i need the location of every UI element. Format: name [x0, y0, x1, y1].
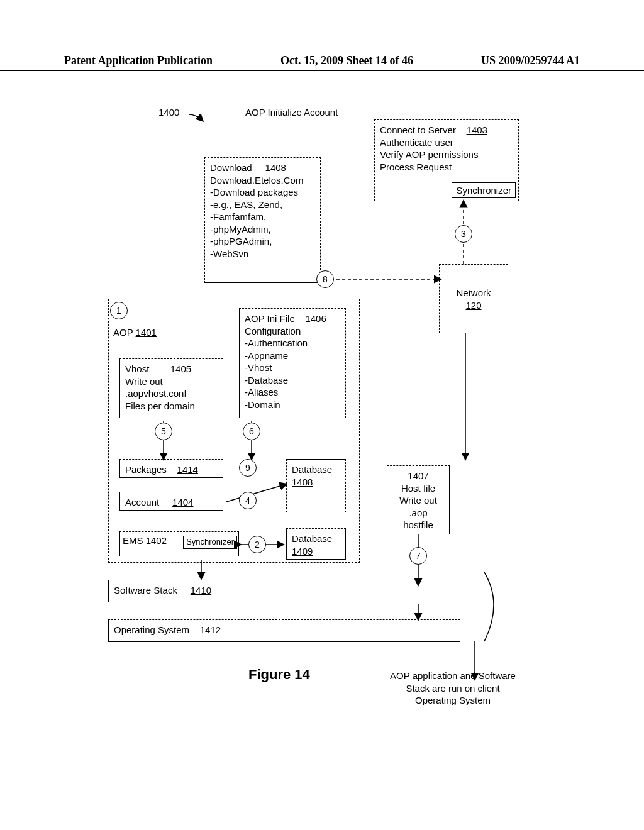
header-mid: Oct. 15, 2009 Sheet 14 of 46 [280, 54, 413, 67]
network-ref: 120 [445, 299, 502, 312]
account-title: Account [125, 497, 159, 507]
step-6: 6 [243, 423, 260, 440]
ini-line7: -Aliases [245, 386, 340, 399]
download-line3: -Download packages [210, 186, 315, 199]
header-left: Patent Application Publication [64, 54, 213, 67]
aop-ref: 1401 [136, 327, 157, 338]
network-box: Network 120 [439, 264, 508, 333]
download-line4: -e.g., EAS, Zend, [210, 199, 315, 211]
download-ref: 1408 [265, 162, 286, 173]
server-line3: Verify AOP permissions [380, 148, 513, 161]
hostfile-line2: Write out [392, 494, 444, 507]
aop-label: AOP 1401 [113, 327, 157, 338]
step-4: 4 [239, 492, 257, 509]
packages-box: Packages 1414 [119, 459, 223, 478]
download-line6: -phpMyAdmin, [210, 223, 315, 236]
figure-label: Figure 14 [248, 667, 310, 683]
diagram-canvas: 1400 AOP Initialize Account Connect to S… [0, 101, 644, 792]
os-box: Operating System 1412 [108, 619, 460, 642]
packages-title: Packages [125, 464, 167, 475]
ref-1400: 1400 [158, 107, 179, 118]
packages-ref: 1414 [177, 464, 198, 475]
server-sync-box: Synchronizer [452, 182, 516, 199]
ems-sync: Synchronizer [183, 536, 237, 549]
step-9: 9 [239, 459, 257, 477]
ini-line6: -Database [245, 374, 340, 387]
ems-box: EMS 1402 Synchronizer [119, 531, 239, 556]
server-line2: Authenticate user [380, 136, 513, 149]
db2-box: Database 1409 [286, 528, 346, 560]
swstack-box: Software Stack 1410 [108, 580, 441, 602]
server-box: Connect to Server 1403 Authenticate user… [374, 119, 519, 201]
ini-ref: 1406 [305, 313, 326, 324]
vhost-line2: Write out [125, 375, 218, 388]
step-8: 8 [316, 270, 334, 288]
ini-line8: -Domain [245, 399, 340, 411]
aop-title: AOP [113, 327, 133, 338]
vhost-line4: Files per domain [125, 400, 218, 412]
ini-line4: -Appname [245, 350, 340, 362]
vhost-line3: .aopvhost.conf [125, 387, 218, 400]
db1-title: Database [292, 463, 340, 476]
header-right: US 2009/0259744 A1 [481, 54, 580, 67]
download-line2: Download.Etelos.Com [210, 174, 315, 187]
download-line7: -phpPGAdmin, [210, 235, 315, 248]
step-7: 7 [409, 547, 427, 565]
network-title: Network [445, 287, 502, 299]
db1-box: Database 1408 [286, 459, 346, 512]
step-1: 1 [110, 302, 128, 319]
download-box: Download 1408 Download.Etelos.Com -Downl… [204, 157, 321, 283]
download-title: Download [210, 162, 252, 173]
server-ref: 1403 [467, 124, 487, 135]
ini-title: AOP Ini File [245, 313, 295, 324]
step-5: 5 [155, 423, 172, 440]
ini-line3: -Authentication [245, 337, 340, 350]
download-line8: -WebSvn [210, 248, 315, 260]
hostfile-line1: Host file [392, 482, 444, 495]
footnote: AOP application and Software Stack are r… [390, 670, 516, 707]
ini-box: AOP Ini File 1406 Configuration -Authent… [239, 308, 346, 418]
page-header: Patent Application Publication Oct. 15, … [0, 54, 644, 71]
db1-ref: 1408 [292, 476, 340, 489]
db2-ref: 1409 [292, 545, 340, 558]
account-box: Account 1404 [119, 492, 223, 511]
vhost-box: Vhost 1405 Write out .aopvhost.conf File… [119, 358, 223, 418]
server-line1: Connect to Server [380, 124, 456, 135]
diagram-title: AOP Initialize Account [245, 107, 338, 118]
account-ref: 1404 [172, 497, 193, 507]
ems-ref: 1402 [146, 535, 167, 546]
vhost-title: Vhost [125, 363, 149, 374]
hostfile-ref: 1407 [392, 470, 444, 482]
vhost-ref: 1405 [170, 363, 191, 374]
os-title: Operating System [114, 624, 189, 635]
ini-line2: Configuration [245, 325, 340, 338]
step-2: 2 [248, 536, 266, 553]
swstack-title: Software Stack [114, 585, 177, 595]
db2-title: Database [292, 533, 340, 545]
download-line5: -Famfamfam, [210, 211, 315, 223]
hostfile-line4: hostfile [392, 519, 444, 531]
ems-title: EMS [123, 535, 143, 546]
os-ref: 1412 [200, 624, 221, 635]
step-3: 3 [455, 225, 472, 243]
server-line4: Process Request [380, 161, 513, 174]
hostfile-box: 1407 Host file Write out .aop hostfile [387, 465, 450, 534]
hostfile-line3: .aop [392, 507, 444, 519]
ini-line5: -Vhost [245, 362, 340, 374]
swstack-ref: 1410 [191, 585, 211, 595]
